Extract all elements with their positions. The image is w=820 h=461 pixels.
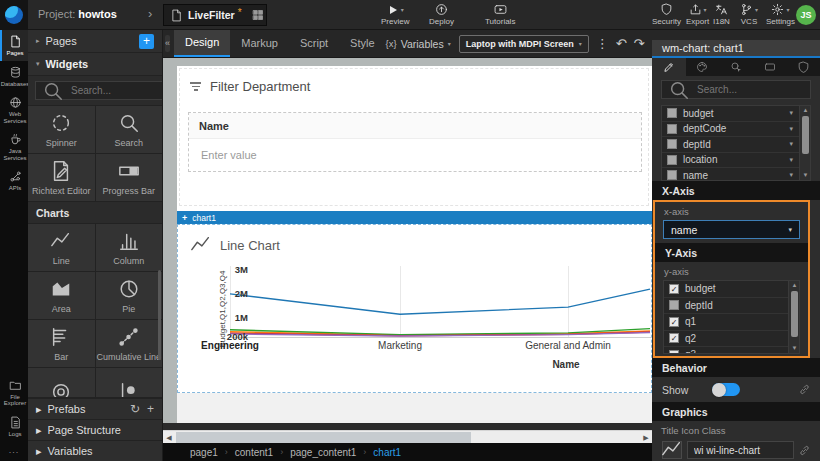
widget-bar[interactable]: Bar [28, 320, 95, 367]
tab-style[interactable]: Style [339, 30, 385, 57]
add-page-button[interactable]: + [139, 34, 154, 49]
deploy-button[interactable]: Deploy [429, 3, 454, 26]
scroll-up-arrow[interactable]: ▲ [789, 281, 800, 290]
widget-richtext-editor[interactable]: Richtext Editor [28, 154, 95, 201]
export-button[interactable]: ▾ Export [686, 3, 709, 26]
show-toggle[interactable] [712, 383, 740, 396]
chevron-down-icon[interactable]: ▾ [789, 171, 793, 179]
chevron-down-icon[interactable]: ▾ [789, 140, 793, 148]
scroll-left-arrow[interactable]: ◀ [163, 431, 175, 444]
checkbox-location[interactable] [667, 155, 677, 165]
checkbox-q3[interactable]: ✓ [669, 350, 679, 354]
chart-widget-selection-bar[interactable]: + chart1 [177, 211, 652, 224]
preview-button[interactable]: ▾ Preview [381, 3, 409, 26]
widget-progress-bar[interactable]: Progress Bar [96, 154, 163, 201]
collapse-left-panel-button[interactable]: « [165, 35, 170, 52]
horizontal-scrollbar[interactable]: ◀ ▶ [163, 430, 652, 443]
device-selector[interactable]: Laptop with MDPI Screen▾ [459, 35, 589, 53]
settings-button[interactable]: ▾ Settings [766, 3, 795, 26]
checkbox-budget[interactable] [667, 108, 677, 118]
breadcrumb-item-page1[interactable]: page1 [190, 447, 218, 458]
page-preview[interactable]: Filter Department Name + chart1 Line Cha… [177, 66, 652, 423]
rail-item-web-services[interactable]: Web Services [0, 91, 28, 128]
tab-styles[interactable] [686, 58, 720, 76]
checkbox-deptId[interactable] [667, 139, 677, 149]
rail-item-apis[interactable]: APIs [0, 165, 28, 196]
widget-cumulative-line[interactable]: Cumulative Line [96, 320, 163, 367]
rail-item-pages[interactable]: Pages [0, 30, 28, 61]
breadcrumb-item-chart1[interactable]: chart1 [373, 447, 401, 458]
breadcrumb-item-content1[interactable]: content1 [235, 447, 273, 458]
chevron-down-icon[interactable]: ▾ [789, 156, 793, 164]
widget-column[interactable]: Column [96, 224, 163, 271]
widget-search[interactable]: Search [96, 106, 163, 153]
widgets-accordion[interactable]: ▾ Widgets [28, 53, 162, 76]
widget-line[interactable]: Line [28, 224, 95, 271]
wavemaker-logo[interactable] [5, 6, 23, 24]
widget-donut[interactable] [28, 368, 95, 398]
tab-markup[interactable]: Markup [230, 30, 289, 57]
checkbox-deptCode[interactable] [667, 124, 677, 134]
undo-icon[interactable]: ↶ [616, 37, 627, 50]
widget-spinner[interactable]: Spinner [28, 106, 95, 153]
scroll-right-arrow[interactable]: ▶ [640, 431, 652, 444]
checkbox-q1[interactable]: ✓ [669, 317, 679, 327]
title-icon-class-input[interactable] [687, 441, 794, 459]
widget-search[interactable] [35, 81, 163, 100]
kebab-menu-icon[interactable]: ⋮ [596, 37, 609, 50]
widget-area[interactable]: Area [28, 272, 95, 319]
refresh-icon[interactable]: ↻ [130, 402, 140, 416]
user-avatar[interactable]: JS [796, 5, 816, 25]
tab-script[interactable]: Script [289, 30, 339, 57]
checkbox-q2[interactable]: ✓ [669, 333, 679, 343]
checkbox-budget[interactable]: ✓ [669, 284, 679, 294]
variables-menu[interactable]: {x} Variables ▾ [386, 38, 451, 50]
scrollbar-thumb[interactable] [176, 432, 471, 443]
variables-accordion[interactable]: ▸ Variables [28, 440, 162, 461]
line-chart-widget[interactable]: Line Chart Budget,Q1,Q2,Q3,Q4 200k1M2M3M… [177, 224, 652, 393]
left-panel-scrollbar[interactable] [158, 270, 161, 360]
tab-security[interactable] [786, 58, 820, 76]
security-button[interactable]: Security [652, 3, 681, 26]
redo-icon[interactable]: ↷ [634, 37, 645, 50]
rail-item-logs[interactable]: Logs [0, 411, 28, 442]
unsaved-indicator: * [238, 7, 242, 18]
rail-item-databases[interactable]: Databases [0, 61, 28, 92]
checkbox-name[interactable] [667, 170, 677, 180]
tab-inspect[interactable] [719, 58, 753, 76]
prefabs-accordion[interactable]: ▸ Prefabs ↻+ [28, 398, 162, 419]
tab-device[interactable] [753, 58, 787, 76]
design-canvas[interactable]: Filter Department Name + chart1 Line Cha… [163, 58, 652, 430]
add-prefab-icon[interactable]: + [147, 402, 154, 416]
i18n-button[interactable]: I18N [713, 3, 730, 26]
x-axis-select[interactable]: name ▾ [663, 220, 800, 239]
scroll-down-arrow[interactable]: ▼ [800, 171, 811, 180]
checkbox-deptId[interactable] [669, 300, 679, 310]
bind-link-icon[interactable] [799, 445, 810, 456]
livefilter-widget[interactable]: Filter Department Name [179, 68, 649, 206]
widget-bubble[interactable] [96, 368, 163, 398]
tab-properties[interactable] [652, 58, 686, 76]
chevron-down-icon[interactable]: ▾ [789, 125, 793, 133]
chevron-down-icon[interactable]: ▾ [789, 109, 793, 117]
rail-item-file-explorer[interactable]: File Explorer [0, 374, 28, 411]
vcs-button[interactable]: ▾ VCS [740, 3, 758, 26]
property-search[interactable] [661, 80, 811, 99]
property-search-input[interactable] [695, 83, 804, 96]
tab-design[interactable]: Design [174, 30, 230, 57]
columns-scrollbar[interactable]: ▲ ▼ [799, 106, 810, 180]
scroll-up-arrow[interactable]: ▲ [800, 106, 811, 115]
pages-accordion[interactable]: ▸ Pages + [28, 30, 162, 53]
bind-link-icon[interactable] [799, 384, 810, 395]
page-structure-accordion[interactable]: ▸ Page Structure [28, 419, 162, 440]
scroll-down-arrow[interactable]: ▼ [789, 344, 800, 353]
breadcrumb-item-page_content1[interactable]: page_content1 [290, 447, 356, 458]
y-axis-scrollbar[interactable]: ▲ ▼ [788, 281, 799, 353]
rail-more-button[interactable]: ... [0, 441, 28, 461]
rail-item-java-services[interactable]: Java Services [0, 128, 28, 165]
tutorials-button[interactable]: Tutorials [485, 3, 515, 26]
widget-search-input[interactable] [69, 84, 163, 97]
name-field[interactable] [199, 148, 631, 162]
grid-view-icon[interactable] [252, 9, 264, 21]
widget-pie[interactable]: Pie [96, 272, 163, 319]
